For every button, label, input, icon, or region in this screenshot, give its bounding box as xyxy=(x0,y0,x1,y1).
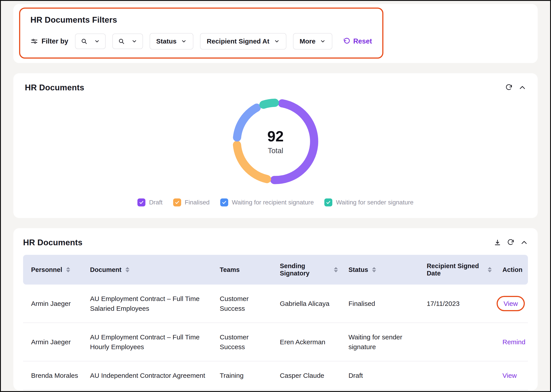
cell-action: View xyxy=(497,361,528,390)
download-button[interactable] xyxy=(494,239,501,247)
legend-item-waiting-recipient: Waiting for recipient signature xyxy=(220,198,314,206)
legend-label: Waiting for sender signature xyxy=(336,199,413,206)
chevron-down-icon xyxy=(94,38,100,44)
cell-teams: Customer Success xyxy=(215,285,275,323)
legend-checkbox[interactable] xyxy=(324,198,332,206)
cell-status: Draft xyxy=(343,361,421,390)
annotation-highlight-view: View xyxy=(497,296,525,311)
column-header-recipient-signed-date[interactable]: Recipient Signed Date xyxy=(421,255,497,285)
chevron-down-icon xyxy=(132,38,137,44)
table-card-title: HR Documents xyxy=(23,238,83,247)
table-row: Brenda Morales AU Independent Contractor… xyxy=(23,361,528,390)
filters-card-title: HR Documents Filters xyxy=(30,15,372,25)
rotate-ccw-icon xyxy=(343,38,350,45)
cell-document: AU Independent Contractor Agreement xyxy=(84,361,214,390)
recipient-signed-at-filter-dropdown[interactable]: Recipient Signed At xyxy=(200,33,286,49)
more-dropdown-label: More xyxy=(300,37,316,45)
cell-personnel: Armin Jaeger xyxy=(23,285,84,323)
cell-action: Remind xyxy=(497,323,528,361)
cell-recipient-signed-date xyxy=(421,323,497,361)
legend-label: Finalised xyxy=(185,199,209,206)
cell-teams: Customer Success xyxy=(215,323,275,361)
checkbox-check-icon xyxy=(222,200,227,205)
collapse-button[interactable] xyxy=(520,239,528,247)
legend-label: Draft xyxy=(149,199,162,206)
legend-item-finalised: Finalised xyxy=(173,198,209,206)
hr-documents-table-card: HR Documents xyxy=(13,228,538,390)
column-header-document[interactable]: Document xyxy=(84,255,214,285)
cell-teams: Training xyxy=(215,361,275,390)
sort-arrows-icon[interactable] xyxy=(66,267,70,272)
table-row: Armin Jaeger AU Employment Contract – Fu… xyxy=(23,323,528,361)
hr-documents-table: Personnel Document Teams Sending Signato… xyxy=(23,255,528,390)
collapse-button[interactable] xyxy=(519,84,526,92)
column-header-personnel[interactable]: Personnel xyxy=(23,255,84,285)
cell-personnel: Brenda Morales xyxy=(23,361,84,390)
sort-arrows-icon[interactable] xyxy=(488,267,492,272)
sort-arrows-icon[interactable] xyxy=(334,267,338,272)
annotation-highlight-filters: HR Documents Filters Filter by xyxy=(19,7,384,59)
table-header-row: Personnel Document Teams Sending Signato… xyxy=(23,255,528,285)
cell-personnel: Armin Jaeger xyxy=(23,323,84,361)
page-content: HR Documents Filters Filter by xyxy=(1,1,550,390)
column-header-action: Action xyxy=(497,255,528,285)
donut-chart: 92 Total xyxy=(228,94,323,189)
status-dropdown-label: Status xyxy=(156,37,177,45)
filter-by-group: Filter by xyxy=(30,37,68,45)
cell-document: AU Employment Contract – Full Time Salar… xyxy=(84,285,214,323)
cell-status: Waiting for sender signature xyxy=(343,323,421,361)
cell-status: Finalised xyxy=(343,285,421,323)
chevron-down-icon xyxy=(181,38,187,44)
cell-action: View xyxy=(497,285,528,323)
checkbox-check-icon xyxy=(326,200,331,205)
filters-card: HR Documents Filters Filter by xyxy=(13,4,538,63)
status-filter-dropdown[interactable]: Status xyxy=(150,33,194,49)
chart-card-title: HR Documents xyxy=(25,83,84,92)
donut-segments xyxy=(237,103,314,180)
sort-arrows-icon[interactable] xyxy=(372,267,376,272)
reset-label: Reset xyxy=(353,37,372,45)
filter-by-label: Filter by xyxy=(42,37,68,45)
view-link[interactable]: View xyxy=(503,300,518,307)
refresh-button[interactable] xyxy=(505,84,513,92)
search-filter-dropdown-2[interactable] xyxy=(112,34,143,49)
recipient-signed-at-dropdown-label: Recipient Signed At xyxy=(207,37,269,45)
column-header-sending-signatory[interactable]: Sending Signatory xyxy=(274,255,343,285)
checkbox-check-icon xyxy=(175,200,180,205)
table-card-header: HR Documents xyxy=(23,238,528,247)
legend-item-waiting-sender: Waiting for sender signature xyxy=(324,198,413,206)
column-header-teams: Teams xyxy=(215,255,275,285)
column-header-status[interactable]: Status xyxy=(343,255,421,285)
chevron-down-icon xyxy=(274,38,280,44)
legend-checkbox[interactable] xyxy=(173,198,181,206)
legend-checkbox[interactable] xyxy=(220,198,228,206)
chart-legend: Draft Finalised Waiting for recipient si… xyxy=(25,198,526,206)
search-icon xyxy=(118,38,125,45)
cell-recipient-signed-date: 17/11/2023 xyxy=(421,285,497,323)
search-filter-dropdown-1[interactable] xyxy=(75,34,106,49)
filter-row: Filter by xyxy=(30,33,372,49)
refresh-button[interactable] xyxy=(507,239,515,247)
chevron-down-icon xyxy=(320,38,326,44)
legend-item-draft: Draft xyxy=(137,198,162,206)
sliders-icon xyxy=(30,37,38,45)
legend-label: Waiting for recipient signature xyxy=(232,199,314,206)
cell-recipient-signed-date xyxy=(421,361,497,390)
table-row: Armin Jaeger AU Employment Contract – Fu… xyxy=(23,285,528,323)
cell-sending-signatory: Gabriella Alicaya xyxy=(274,285,343,323)
remind-link[interactable]: Remind xyxy=(502,338,525,346)
reset-button[interactable]: Reset xyxy=(343,37,372,45)
cell-sending-signatory: Casper Claude xyxy=(274,361,343,390)
view-link[interactable]: View xyxy=(502,372,516,379)
search-icon xyxy=(81,38,87,45)
sort-arrows-icon[interactable] xyxy=(126,267,129,272)
more-filter-dropdown[interactable]: More xyxy=(293,33,333,49)
chart-card-header: HR Documents xyxy=(25,83,526,92)
hr-documents-chart-card: HR Documents 92 Total xyxy=(13,73,538,218)
legend-checkbox[interactable] xyxy=(137,198,145,206)
checkbox-check-icon xyxy=(139,200,144,205)
cell-document: AU Employment Contract – Full Time Hourl… xyxy=(84,323,214,361)
cell-sending-signatory: Eren Ackerman xyxy=(274,323,343,361)
